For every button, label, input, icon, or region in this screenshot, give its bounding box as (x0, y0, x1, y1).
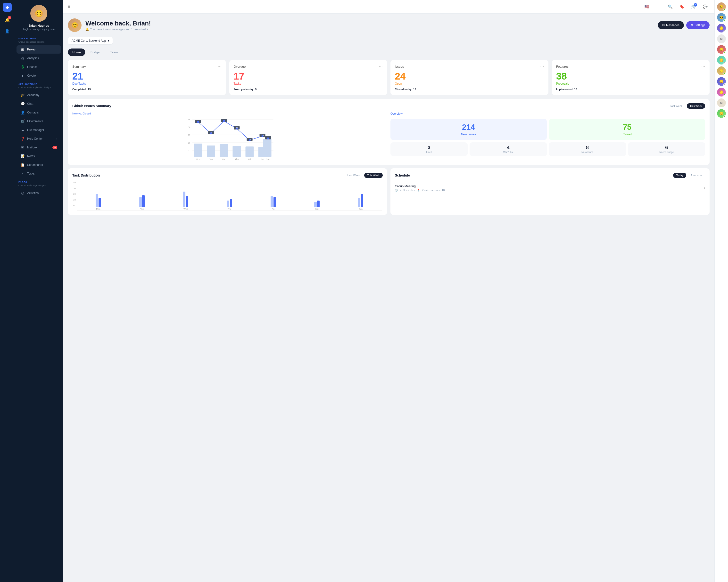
schedule-toggle: Today Tomorrow (673, 173, 705, 178)
issues-title: Issues (395, 65, 404, 68)
tab-team[interactable]: Team (106, 49, 122, 56)
rs-user-1[interactable]: 😊 (717, 2, 726, 11)
mini-fixed-num: 3 (393, 145, 465, 150)
schedule-item-arrow[interactable]: › (704, 186, 705, 190)
ecommerce-icon: 🛒 (20, 119, 25, 123)
summary-title: Summary (72, 65, 86, 68)
icon-bar: ◆ 🔔 3 👤 (0, 0, 15, 582)
online-dot (723, 51, 726, 54)
task-dist-last-week-btn[interactable]: Last Week (344, 173, 363, 178)
welcome-subtitle: 🔔 You have 2 new messages and 15 new tas… (85, 28, 654, 31)
hamburger-button[interactable]: ≡ (68, 4, 71, 9)
notes-icon: 📝 (20, 154, 25, 158)
github-chart-area: New vs. Closed 45 36 27 18 9 0 (72, 112, 387, 161)
github-this-week-btn[interactable]: This Week (687, 103, 705, 109)
tasks-icon: ✓ (20, 172, 25, 175)
settings-icon: ⚙ (691, 24, 693, 27)
summary-number: 21 (72, 71, 222, 81)
rs-user-7[interactable]: 🙃 (717, 66, 726, 75)
sidebar-item-finance[interactable]: 💲 Finance (17, 63, 61, 71)
svg-text:27: 27 (188, 134, 190, 136)
header-text: Welcome back, Brian! 🔔 You have 2 new me… (85, 20, 654, 31)
expand-icon[interactable]: ⛶ (654, 2, 663, 11)
rs-user-4[interactable]: M (717, 34, 726, 43)
chart-svg: 45 36 27 18 9 0 (72, 117, 387, 161)
cart-icon[interactable]: 🛒 5 (689, 2, 698, 11)
user-name: Brian Hughes (29, 24, 49, 27)
mini-triage-label: Needs Triage (630, 151, 703, 154)
overdue-number: 17 (234, 71, 383, 81)
rs-user-8[interactable]: 😀 (717, 77, 726, 86)
sidebar-item-tasks[interactable]: ✓ Tasks (17, 169, 61, 178)
offline-dot (723, 62, 726, 64)
stat-card-summary: Summary ⋯ 21 Due Tasks Completed: 13 (68, 60, 226, 95)
schedule-today-btn[interactable]: Today (673, 173, 686, 178)
github-summary-title: Github Issues Summary (72, 104, 111, 108)
rs-user-5[interactable]: 😄 (717, 45, 726, 54)
sidebar-user-profile: 😊 Brian Hughes hughes.brian@company.com (15, 0, 63, 34)
bookmark-icon[interactable]: 🔖 (678, 2, 686, 11)
stat-card-features: Features ⋯ 38 Proposals Implemented: 16 (552, 60, 710, 95)
svg-point-39 (267, 138, 269, 139)
github-content: New vs. Closed 45 36 27 18 9 0 (72, 112, 705, 161)
helpcenter-icon: ❓ (20, 137, 25, 141)
tab-home[interactable]: Home (68, 49, 85, 56)
svg-rect-16 (245, 146, 254, 157)
header-actions: ✉ Messages ⚙ Settings (658, 21, 709, 29)
rs-user-2[interactable]: 😎 (717, 13, 726, 22)
svg-rect-14 (220, 144, 228, 157)
messages-button[interactable]: ✉ Messages (658, 21, 684, 29)
sidebar-item-mailbox[interactable]: ✉ Mailbox 27 (17, 143, 61, 151)
rs-user-3[interactable]: 🙂 (717, 24, 726, 32)
mini-fixed-label: Fixed (393, 151, 465, 154)
chevron-down-icon: ▾ (108, 39, 109, 43)
sidebar-item-chat[interactable]: 💬 Chat (17, 100, 61, 108)
rs-user-10[interactable]: M (717, 99, 726, 107)
sidebar-item-label: File Manager (27, 128, 44, 132)
sidebar-item-crypto[interactable]: ● Crypto (17, 72, 61, 80)
overdue-menu[interactable]: ⋯ (379, 64, 383, 69)
stat-card-issues: Issues ⋯ 24 Open Closed today: 19 (390, 60, 548, 95)
rs-user-9[interactable]: 🙂 (717, 88, 726, 96)
flag-icon[interactable]: 🇺🇸 (643, 2, 651, 11)
project-selector[interactable]: ACME Corp. Backend App ▾ (68, 37, 113, 45)
mailbox-icon: ✉ (20, 145, 25, 149)
settings-button[interactable]: ⚙ Settings (686, 21, 709, 29)
search-icon[interactable]: 🔍 (666, 2, 675, 11)
rs-user-11[interactable]: 😊 (717, 109, 726, 118)
mini-wontfix: 4 Won't Fix (470, 142, 547, 156)
rs-user-6[interactable]: 😊 (717, 56, 726, 64)
sidebar-item-label: ECommerce (27, 119, 44, 123)
sidebar-item-ecommerce[interactable]: 🛒 ECommerce › (17, 117, 61, 126)
tab-budget[interactable]: Budget (86, 49, 105, 56)
summary-menu[interactable]: ⋯ (218, 64, 222, 69)
svg-text:Sat: Sat (261, 158, 264, 161)
sidebar-item-contacts[interactable]: 👤 Contacts (17, 108, 61, 117)
sidebar-item-analytics[interactable]: ◔ Analytics (17, 54, 61, 62)
svg-text:Sun: Sun (266, 158, 270, 161)
topbar-user-icon[interactable]: 👤 (2, 26, 12, 36)
sidebar-item-academy[interactable]: 🎓 Academy (17, 91, 61, 99)
features-menu[interactable]: ⋯ (701, 64, 705, 69)
github-last-week-btn[interactable]: Last Week (667, 103, 685, 109)
chat-icon[interactable]: 💬 (701, 2, 709, 11)
topbar-bell-icon[interactable]: 🔔 3 (2, 15, 12, 25)
sidebar-item-notes[interactable]: 📝 Notes (17, 152, 61, 160)
closed-label: Closed (553, 133, 702, 136)
svg-rect-12 (194, 144, 202, 157)
sidebar-item-label: Notes (27, 155, 35, 158)
sidebar-item-helpcenter[interactable]: ❓ Help Center › (17, 135, 61, 143)
task-dist-this-week-btn[interactable]: This Week (364, 173, 383, 178)
schedule-tomorrow-btn[interactable]: Tomorrow (688, 173, 705, 178)
sidebar-item-label: Contacts (27, 111, 38, 114)
svg-point-35 (223, 120, 225, 122)
sidebar-item-filemanager[interactable]: ☁ File Manager (17, 126, 61, 134)
features-label: Proposals (556, 82, 705, 85)
sidebar-item-label: Analytics (27, 56, 39, 60)
sidebar-item-activities[interactable]: ◎ Activities (17, 189, 61, 197)
issues-menu[interactable]: ⋯ (540, 64, 544, 69)
avatar: 😊 (30, 5, 47, 22)
stats-grid: Summary ⋯ 21 Due Tasks Completed: 13 Ove… (68, 60, 709, 95)
sidebar-item-scrumboard[interactable]: 📋 Scrumboard (17, 161, 61, 169)
sidebar-item-project[interactable]: ⊞ Project (17, 45, 61, 54)
